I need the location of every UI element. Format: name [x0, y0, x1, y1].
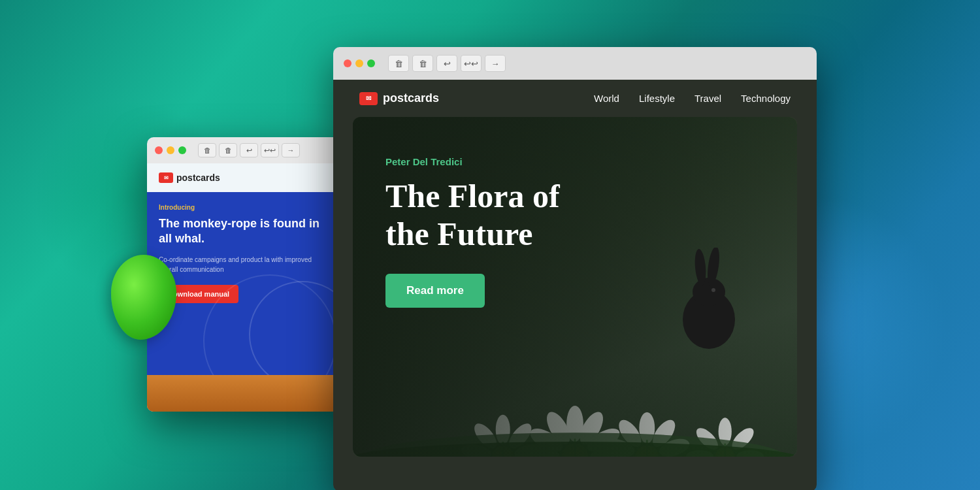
nav-link-travel[interactable]: Travel — [694, 93, 721, 104]
titlebar-controls-front: 🗑 🗑 ↩ ↩↩ → — [388, 55, 506, 72]
email-front-content: ✉ postcards World Lifestyle Travel Techn… — [333, 80, 817, 490]
hero-author: Peter Del Tredici — [385, 156, 560, 167]
introducing-label: Introducing — [159, 204, 331, 211]
email-logo-bar: ✉ postcards — [147, 163, 343, 192]
forward-btn-back[interactable]: → — [282, 143, 300, 157]
nav-link-lifestyle[interactable]: Lifestyle — [639, 93, 675, 104]
nav-logo-front: ✉ postcards — [359, 91, 439, 105]
dot-green-front[interactable] — [367, 59, 375, 67]
svg-point-57 — [711, 288, 715, 292]
window-back: 🗑 🗑 ↩ ↩↩ → ✉ postcards Introducing The m… — [147, 137, 343, 412]
nav-logo-text: postcards — [383, 91, 439, 105]
logo-text-back: postcards — [176, 172, 220, 183]
email-nav: ✉ postcards World Lifestyle Travel Techn… — [333, 80, 817, 117]
dot-yellow-front[interactable] — [355, 59, 363, 67]
dot-green-back[interactable] — [178, 146, 186, 154]
email-hero: Peter Del Tredici The Flora of the Futur… — [353, 117, 797, 457]
email-back-content: ✉ postcards Introducing The monkey-rope … — [147, 163, 343, 412]
email-blue-section: Introducing The monkey-rope is found in … — [147, 192, 343, 375]
email-body-back: Co-ordinate campaigns and product la wit… — [159, 255, 331, 274]
hero-title-line2: the Future — [385, 216, 532, 252]
reply-btn-back[interactable]: ↩ — [240, 143, 258, 157]
reply-all-btn-front[interactable]: ↩↩ — [461, 55, 482, 72]
nav-link-world[interactable]: World — [594, 93, 619, 104]
dot-red-front[interactable] — [344, 59, 351, 67]
titlebar-controls-back: 🗑 🗑 ↩ ↩↩ → — [198, 143, 300, 157]
logo-back: ✉ postcards — [159, 172, 220, 183]
window-front: 🗑 🗑 ↩ ↩↩ → ✉ postcards World Lifestyle T… — [333, 47, 817, 490]
dot-red-back[interactable] — [155, 146, 163, 154]
titlebar-back: 🗑 🗑 ↩ ↩↩ → — [147, 137, 343, 163]
dot-yellow-back[interactable] — [167, 146, 174, 154]
reply-btn-front[interactable]: ↩ — [436, 55, 457, 72]
trash-btn-back[interactable]: 🗑 — [198, 143, 216, 157]
trash-x-btn-front[interactable]: 🗑 — [412, 55, 433, 72]
nav-logo-icon: ✉ — [359, 92, 378, 105]
reply-all-btn-back[interactable]: ↩↩ — [261, 143, 279, 157]
email-headline-back: The monkey-rope is found in all whal. — [159, 216, 331, 247]
titlebar-front: 🗑 🗑 ↩ ↩↩ → — [333, 47, 817, 80]
window-dots-back — [155, 146, 186, 154]
read-more-button[interactable]: Read more — [385, 274, 485, 308]
logo-icon-back: ✉ — [159, 172, 173, 183]
trash-x-btn-back[interactable]: 🗑 — [219, 143, 237, 157]
trash-btn-front[interactable]: 🗑 — [388, 55, 409, 72]
rabbit-silhouette — [666, 248, 745, 352]
nav-links: World Lifestyle Travel Technology — [594, 93, 791, 104]
email-image-section — [147, 375, 343, 412]
window-dots-front — [344, 59, 375, 67]
hero-title: The Flora of the Future — [385, 178, 560, 253]
nav-link-technology[interactable]: Technology — [741, 93, 791, 104]
hero-title-line1: The Flora of — [385, 178, 560, 214]
forward-btn-front[interactable]: → — [485, 55, 506, 72]
hero-text-area: Peter Del Tredici The Flora of the Futur… — [385, 156, 560, 308]
